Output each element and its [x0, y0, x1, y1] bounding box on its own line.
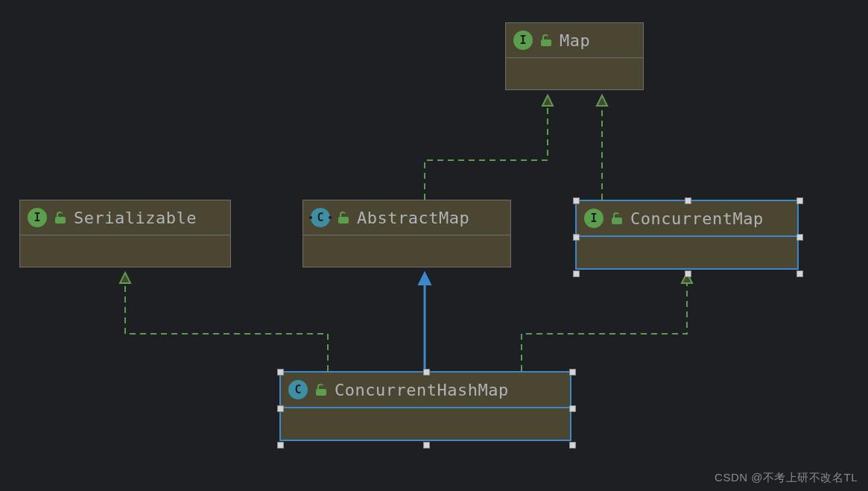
selection-handle[interactable]	[277, 369, 284, 376]
selection-handle[interactable]	[573, 270, 580, 277]
unlock-icon	[54, 212, 66, 224]
node-abstractmap[interactable]: C AbstractMap	[302, 200, 511, 267]
edge-concurrenthashmap-concurrentmap	[522, 283, 687, 371]
selection-handle[interactable]	[423, 442, 430, 449]
abstract-class-icon: C	[311, 208, 330, 227]
unlock-icon	[540, 34, 552, 46]
edge-concurrenthashmap-serializable	[125, 283, 328, 371]
selection-handle[interactable]	[685, 197, 691, 204]
selection-handle[interactable]	[569, 369, 576, 376]
edge-abstractmap-map	[425, 106, 548, 200]
class-icon: C	[288, 380, 308, 399]
selection-handle[interactable]	[573, 234, 580, 241]
selection-handle[interactable]	[423, 369, 430, 376]
interface-icon: I	[584, 209, 604, 228]
selection-handle[interactable]	[796, 270, 803, 277]
node-serializable[interactable]: I Serializable	[19, 200, 231, 267]
node-label: Serializable	[74, 209, 197, 227]
unlock-icon	[315, 384, 327, 396]
node-concurrenthashmap[interactable]: C ConcurrentHashMap	[279, 371, 571, 441]
node-concurrentmap[interactable]: I ConcurrentMap	[575, 200, 799, 270]
node-label: ConcurrentHashMap	[335, 381, 509, 399]
diagram-canvas[interactable]: I Map I Serializable C AbstractMap I Con…	[0, 0, 868, 491]
selection-handle[interactable]	[573, 197, 580, 204]
interface-icon: I	[28, 208, 47, 227]
selection-handle[interactable]	[569, 442, 576, 449]
unlock-icon	[611, 212, 623, 224]
node-label: AbstractMap	[357, 209, 469, 227]
unlock-icon	[338, 212, 349, 224]
node-map[interactable]: I Map	[505, 22, 644, 90]
interface-icon: I	[513, 31, 533, 50]
selection-handle[interactable]	[277, 405, 284, 412]
selection-handle[interactable]	[277, 442, 284, 449]
selection-handle[interactable]	[685, 270, 691, 277]
selection-handle[interactable]	[796, 197, 803, 204]
selection-handle[interactable]	[796, 234, 803, 241]
watermark: CSDN @不考上研不改名TL	[715, 471, 858, 485]
selection-handle[interactable]	[569, 405, 576, 412]
node-label: ConcurrentMap	[630, 209, 764, 228]
node-label: Map	[560, 31, 590, 50]
